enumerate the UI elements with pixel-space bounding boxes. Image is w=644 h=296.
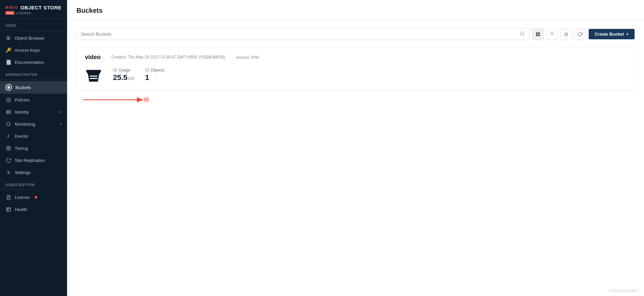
page-title: Buckets <box>76 7 635 14</box>
svg-rect-12 <box>6 207 10 211</box>
annotation: 桶 <box>80 93 635 107</box>
sidebar-item-label: Object Browser <box>15 36 45 41</box>
usage-value: 25.5MiB <box>113 73 135 82</box>
sidebar-item-settings[interactable]: Settings <box>0 166 67 178</box>
sidebar-item-policies[interactable]: Policies <box>0 94 67 106</box>
annotation-area: video Created: Thu May 18 2023 13:38:47 … <box>76 47 635 107</box>
monitoring-icon <box>5 121 11 127</box>
sidebar-item-buckets[interactable]: Buckets <box>0 81 67 94</box>
search-box[interactable] <box>76 28 530 40</box>
chevron-down-icon: ▾ <box>60 110 62 114</box>
bucket-card[interactable]: video Created: Thu May 18 2023 13:38:47 … <box>76 47 635 91</box>
bucket-created: Created: Thu May 18 2023 13:38:47 GMT+08… <box>111 54 225 60</box>
create-bucket-plus-icon: + <box>626 32 629 37</box>
svg-point-2 <box>8 99 9 100</box>
policies-icon <box>5 97 11 103</box>
search-icon-button[interactable] <box>519 31 525 38</box>
license-icon <box>5 194 11 200</box>
sidebar-item-events[interactable]: λ Events <box>0 130 67 142</box>
main-content: Buckets Create Bucket <box>67 0 644 296</box>
identity-icon <box>5 109 11 115</box>
access-keys-icon: 🔑 <box>5 47 11 53</box>
logo-area: MIN/O OBJECT STORE AGA LICENSE <box>0 0 67 19</box>
events-icon: λ <box>5 133 11 139</box>
sidebar-item-identity[interactable]: Identity ▾ <box>0 106 67 118</box>
sidebar-item-label: Policies <box>15 97 30 102</box>
page-header: Buckets <box>67 0 644 20</box>
content-area: Create Bucket + video Created: Thu May 1… <box>67 20 644 296</box>
sidebar-item-monitoring[interactable]: Monitoring ▾ <box>0 118 67 130</box>
sidebar-item-site-replication[interactable]: Site Replication <box>0 154 67 166</box>
bucket-icon <box>85 66 102 84</box>
bucket-name: video <box>85 54 101 61</box>
bucket-stats: Usage 25.5MiB Objects 1 <box>113 68 164 82</box>
divider-subscription <box>0 189 67 190</box>
license-dot-badge <box>35 196 37 199</box>
svg-rect-23 <box>90 76 98 77</box>
section-subscription-label: Subscription <box>0 178 67 188</box>
object-browser-icon: ⊞ <box>5 35 11 41</box>
search-input[interactable] <box>81 32 517 37</box>
usage-stat: Usage 25.5MiB <box>113 68 135 82</box>
sidebar-item-health[interactable]: Health <box>0 203 67 215</box>
svg-rect-22 <box>86 70 101 72</box>
objects-label: Objects <box>145 68 165 73</box>
sidebar-item-label: License <box>15 195 30 200</box>
watermark: CSDN @秋里明月 <box>609 288 639 293</box>
sidebar-item-tiering[interactable]: Tiering <box>0 142 67 154</box>
section-admin-label: Administrator <box>0 68 67 78</box>
section-user-label: User <box>0 19 67 29</box>
create-bucket-button[interactable]: Create Bucket + <box>589 29 635 39</box>
divider-user <box>0 30 67 31</box>
bucket-access: Access: R/W <box>236 55 259 60</box>
sidebar: MIN/O OBJECT STORE AGA LICENSE User ⊞ Ob… <box>0 0 67 296</box>
svg-point-6 <box>6 146 11 151</box>
svg-point-13 <box>521 32 524 35</box>
sidebar-item-label: Access Keys <box>15 48 40 53</box>
settings-icon <box>5 169 11 175</box>
chevron-down-icon: ▾ <box>60 122 62 126</box>
refresh-button[interactable] <box>575 29 586 40</box>
svg-point-5 <box>6 122 10 125</box>
sidebar-item-documentation[interactable]: 📄 Documentation <box>0 56 67 68</box>
documentation-icon: 📄 <box>5 59 11 65</box>
svg-rect-14 <box>536 32 538 34</box>
logo-badge: AGA <box>5 11 14 15</box>
tiering-icon <box>5 145 11 151</box>
create-bucket-label: Create Bucket <box>595 32 624 37</box>
health-icon <box>5 206 11 212</box>
svg-rect-0 <box>7 86 10 87</box>
svg-point-8 <box>8 172 9 173</box>
chinese-annotation: 桶 <box>144 96 149 103</box>
divider-admin <box>0 79 67 80</box>
logo-title: OBJECT STORE <box>20 5 61 10</box>
buckets-icon-ring <box>5 84 12 91</box>
sidebar-item-label: Documentation <box>15 60 44 65</box>
usage-unit: MiB <box>127 76 135 81</box>
objects-stat: Objects 1 <box>145 68 165 82</box>
toolbar: Create Bucket + <box>76 28 635 40</box>
sort-button[interactable] <box>546 29 558 40</box>
sidebar-item-license[interactable]: License <box>0 191 67 203</box>
sidebar-item-label: Site Replication <box>15 158 45 163</box>
red-arrow-svg <box>80 93 147 107</box>
sidebar-item-object-browser[interactable]: ⊞ Object Browser <box>0 32 67 44</box>
sidebar-item-label: Settings <box>15 170 31 175</box>
logo-license: LICENSE <box>16 11 31 15</box>
bucket-body: Usage 25.5MiB Objects 1 <box>85 66 626 84</box>
svg-rect-16 <box>536 34 538 36</box>
list-view-button[interactable] <box>560 29 572 40</box>
sidebar-item-label: Tiering <box>15 146 28 151</box>
sidebar-item-label: Health <box>15 207 28 212</box>
bucket-card-header: video Created: Thu May 18 2023 13:38:47 … <box>85 54 626 61</box>
objects-value: 1 <box>145 73 165 82</box>
sidebar-item-label: Identity <box>15 110 29 115</box>
svg-point-7 <box>8 147 9 149</box>
svg-rect-17 <box>538 34 540 36</box>
sidebar-item-access-keys[interactable]: 🔑 Access Keys <box>0 44 67 56</box>
grid-view-button[interactable] <box>532 29 544 40</box>
sidebar-item-label: Monitoring <box>15 122 35 127</box>
usage-label: Usage <box>113 68 135 73</box>
logo-brand: MIN/O <box>5 6 18 9</box>
site-replication-icon <box>5 157 11 163</box>
